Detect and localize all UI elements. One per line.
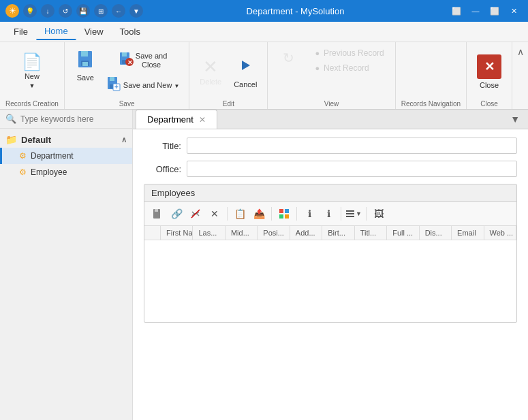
toolbar-sep-1 bbox=[227, 207, 228, 221]
grid-col-email: Email bbox=[452, 226, 484, 240]
subtb-view-dropdown-btn[interactable]: ▼ bbox=[345, 205, 362, 223]
maximize-btn[interactable]: ⬜ bbox=[486, 4, 503, 18]
info-icon[interactable]: 💡 bbox=[23, 4, 37, 18]
cancel-icon bbox=[235, 55, 255, 78]
menu-file[interactable]: File bbox=[5, 24, 36, 39]
office-label: Office: bbox=[144, 164, 181, 174]
svg-rect-18 bbox=[279, 209, 283, 213]
ribbon-group-records-creation: 📄 New▼ Records Creation bbox=[0, 42, 65, 109]
grid-col-full: Full ... bbox=[387, 226, 419, 240]
title-input[interactable] bbox=[187, 138, 517, 154]
save-button[interactable]: Save bbox=[70, 46, 101, 86]
title-label: Title: bbox=[144, 141, 181, 151]
navigation-stacked: ● Previous Record ● Next Record bbox=[309, 46, 389, 75]
close-button[interactable]: ✕ Close bbox=[472, 51, 506, 93]
grid-col-birthday: Birt... bbox=[322, 226, 354, 240]
employees-header: Employees bbox=[144, 184, 516, 202]
save-new-icon: + bbox=[106, 76, 121, 94]
subtb-export-btn[interactable]: 📤 bbox=[250, 205, 268, 223]
tree-group-default[interactable]: 📁 Default ∧ bbox=[0, 131, 132, 148]
tab-bar: Department ✕ ▼ bbox=[133, 110, 528, 129]
form-row-office: Office: bbox=[144, 161, 517, 177]
svg-marker-14 bbox=[242, 61, 250, 70]
ribbon-collapse-btn[interactable]: ∧ bbox=[517, 46, 524, 57]
sidebar: 🔍 📁 Default ∧ ⚙ Department ⚙ Employee bbox=[0, 110, 133, 420]
svg-rect-10 bbox=[110, 77, 114, 81]
back-titlebar-icon[interactable]: ← bbox=[112, 4, 125, 18]
save-close-button[interactable]: ✕ Save andClose bbox=[102, 49, 184, 72]
save-group-label: Save bbox=[65, 97, 189, 108]
next-record-icon: ● bbox=[315, 64, 320, 72]
svg-text:+: + bbox=[114, 83, 119, 91]
prev-record-button[interactable]: ● Previous Record bbox=[309, 46, 389, 60]
svg-rect-16 bbox=[155, 209, 158, 212]
menu-bar: File Home View Tools bbox=[0, 22, 528, 42]
employees-sub-table: Employees 🔗 ✕ 📋 📤 bbox=[144, 184, 517, 323]
svg-rect-1 bbox=[81, 51, 88, 56]
new-button[interactable]: 📄 New▼ bbox=[16, 50, 47, 93]
refresh-button[interactable]: ↻ bbox=[273, 46, 304, 69]
toolbar-sep-3 bbox=[296, 207, 297, 221]
delete-icon: ✕ bbox=[203, 58, 218, 76]
sidebar-item-employee-label: Employee bbox=[31, 167, 67, 177]
delete-button[interactable]: ✕ Delete bbox=[195, 54, 226, 90]
folder-icon: 📁 bbox=[5, 134, 17, 145]
svg-rect-19 bbox=[285, 209, 289, 213]
grid-col-position: Posi... bbox=[258, 226, 290, 240]
form-area: Title: Office: Employees 🔗 ✕ bbox=[133, 129, 528, 420]
subtb-delete-btn[interactable]: ✕ bbox=[206, 205, 223, 223]
search-input[interactable] bbox=[20, 114, 127, 124]
save-titlebar-icon[interactable]: 💾 bbox=[76, 4, 90, 18]
minimize-btn[interactable]: — bbox=[467, 4, 484, 18]
prev-record-icon: ● bbox=[315, 49, 320, 57]
svg-rect-22 bbox=[346, 210, 354, 212]
svg-rect-21 bbox=[285, 214, 289, 219]
tab-dropdown-btn[interactable]: ▼ bbox=[505, 111, 525, 127]
restore-btn[interactable]: ⬜ bbox=[448, 4, 465, 18]
office-input[interactable] bbox=[187, 161, 517, 177]
menu-home[interactable]: Home bbox=[36, 23, 76, 40]
subtb-new-btn[interactable] bbox=[149, 205, 166, 223]
tab-department-label: Department bbox=[147, 114, 193, 125]
subtb-info2-btn[interactable]: ℹ bbox=[320, 205, 337, 223]
toolbar-sep-5 bbox=[366, 207, 367, 221]
ribbon-group-close: ✕ Close Close bbox=[467, 42, 512, 109]
svg-rect-20 bbox=[279, 214, 283, 219]
toolbar-sep-2 bbox=[271, 207, 272, 221]
save-icon bbox=[76, 50, 95, 71]
tab-department[interactable]: Department ✕ bbox=[136, 110, 217, 129]
tab-close-btn[interactable]: ✕ bbox=[199, 115, 206, 125]
subtb-link-btn[interactable]: 🔗 bbox=[168, 205, 185, 223]
ribbon-group-view: ↻ ● Previous Record ● Next Record View bbox=[268, 42, 395, 109]
new-icon: 📄 bbox=[22, 54, 42, 70]
svg-rect-24 bbox=[346, 216, 354, 217]
dropdown-titlebar-icon[interactable]: ▼ bbox=[129, 4, 143, 18]
sub-table-toolbar: 🔗 ✕ 📋 📤 bbox=[144, 202, 516, 226]
ribbon-group-nav: Records Navigation bbox=[396, 42, 467, 109]
save-new-button[interactable]: + Save and New ▼ bbox=[102, 74, 184, 97]
window-controls: ⬜ — ⬜ ✕ bbox=[448, 4, 523, 18]
subtb-image-btn[interactable]: 🖼 bbox=[370, 205, 388, 223]
cancel-button[interactable]: Cancel bbox=[229, 52, 262, 93]
menu-view[interactable]: View bbox=[76, 24, 112, 39]
subtb-grid-btn[interactable] bbox=[275, 205, 293, 223]
download-icon[interactable]: ↓ bbox=[41, 4, 55, 18]
grid-col-display: Dis... bbox=[420, 226, 452, 240]
svg-text:✕: ✕ bbox=[127, 59, 133, 66]
app-icon: ☀ bbox=[5, 4, 19, 18]
grid-col-address: Add... bbox=[290, 226, 322, 240]
grid-titlebar-icon[interactable]: ⊞ bbox=[94, 4, 108, 18]
close-window-btn[interactable]: ✕ bbox=[505, 4, 523, 18]
subtb-info1-btn[interactable]: ℹ bbox=[300, 205, 318, 223]
subtb-unlink-btn[interactable] bbox=[187, 205, 204, 223]
next-record-button[interactable]: ● Next Record bbox=[309, 61, 389, 75]
sidebar-item-department[interactable]: ⚙ Department bbox=[0, 148, 132, 164]
refresh-titlebar-icon[interactable]: ↺ bbox=[59, 4, 72, 18]
grid-col-middle: Mid... bbox=[226, 226, 258, 240]
subtb-copy-btn[interactable]: 📋 bbox=[231, 205, 249, 223]
title-bar-icons: ☀ 💡 ↓ ↺ 💾 ⊞ ← ▼ bbox=[5, 4, 143, 18]
sidebar-item-employee[interactable]: ⚙ Employee bbox=[0, 164, 132, 180]
close-group-label: Close bbox=[480, 97, 498, 108]
tree-group-label: Default bbox=[21, 135, 51, 145]
menu-tools[interactable]: Tools bbox=[112, 24, 149, 39]
